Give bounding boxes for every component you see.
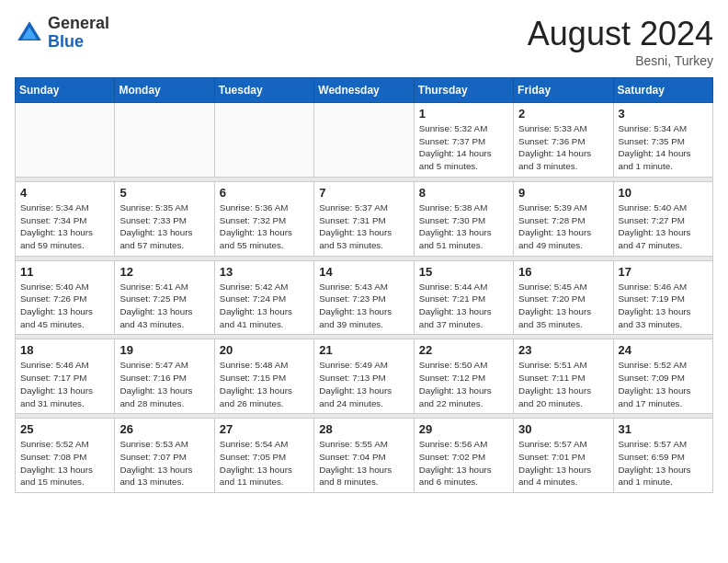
week-row: 4Sunrise: 5:34 AM Sunset: 7:34 PM Daylig… [16, 181, 713, 256]
calendar-cell: 23Sunrise: 5:51 AM Sunset: 7:11 PM Dayli… [514, 339, 613, 414]
day-info: Sunrise: 5:51 AM Sunset: 7:11 PM Dayligh… [518, 359, 608, 409]
day-info: Sunrise: 5:35 AM Sunset: 7:33 PM Dayligh… [119, 201, 209, 252]
calendar-cell [214, 103, 313, 178]
day-info: Sunrise: 5:57 AM Sunset: 6:59 PM Dayligh… [619, 438, 708, 488]
calendar-cell: 15Sunrise: 5:44 AM Sunset: 7:21 PM Dayli… [414, 260, 513, 335]
day-number: 17 [619, 265, 708, 279]
calendar-cell: 19Sunrise: 5:47 AM Sunset: 7:16 PM Dayli… [115, 339, 214, 414]
day-info: Sunrise: 5:37 AM Sunset: 7:31 PM Dayligh… [319, 201, 408, 252]
day-of-week-header: Thursday [414, 78, 513, 103]
calendar-cell: 18Sunrise: 5:46 AM Sunset: 7:17 PM Dayli… [16, 339, 115, 414]
title-block: August 2024 Besni, Turkey [528, 15, 713, 68]
logo: General Blue [15, 15, 109, 52]
day-info: Sunrise: 5:34 AM Sunset: 7:35 PM Dayligh… [619, 122, 708, 173]
day-number: 14 [319, 265, 408, 279]
week-row: 1Sunrise: 5:32 AM Sunset: 7:37 PM Daylig… [16, 103, 713, 178]
day-number: 20 [220, 343, 309, 357]
day-info: Sunrise: 5:55 AM Sunset: 7:04 PM Dayligh… [319, 438, 408, 488]
day-info: Sunrise: 5:56 AM Sunset: 7:02 PM Dayligh… [419, 438, 508, 488]
day-info: Sunrise: 5:36 AM Sunset: 7:32 PM Dayligh… [220, 201, 309, 252]
day-info: Sunrise: 5:46 AM Sunset: 7:17 PM Dayligh… [20, 359, 109, 409]
calendar-cell: 12Sunrise: 5:41 AM Sunset: 7:25 PM Dayli… [115, 260, 214, 335]
calendar-cell: 14Sunrise: 5:43 AM Sunset: 7:23 PM Dayli… [314, 260, 414, 335]
day-number: 18 [20, 343, 109, 357]
calendar-cell: 24Sunrise: 5:52 AM Sunset: 7:09 PM Dayli… [613, 339, 712, 414]
day-info: Sunrise: 5:52 AM Sunset: 7:09 PM Dayligh… [619, 359, 708, 409]
day-number: 28 [319, 422, 408, 436]
day-number: 31 [619, 422, 708, 436]
day-number: 25 [20, 422, 109, 436]
calendar-cell: 8Sunrise: 5:38 AM Sunset: 7:30 PM Daylig… [414, 181, 513, 256]
calendar-header-row: SundayMondayTuesdayWednesdayThursdayFrid… [16, 78, 713, 103]
day-info: Sunrise: 5:39 AM Sunset: 7:28 PM Dayligh… [518, 201, 608, 252]
calendar-cell: 20Sunrise: 5:48 AM Sunset: 7:15 PM Dayli… [214, 339, 313, 414]
day-number: 10 [619, 186, 708, 200]
calendar-cell: 31Sunrise: 5:57 AM Sunset: 6:59 PM Dayli… [613, 419, 712, 493]
logo-general-text: General [48, 15, 109, 33]
calendar-cell [115, 103, 214, 178]
calendar-cell: 6Sunrise: 5:36 AM Sunset: 7:32 PM Daylig… [214, 181, 313, 256]
day-of-week-header: Friday [514, 78, 613, 103]
day-of-week-header: Wednesday [314, 78, 414, 103]
day-info: Sunrise: 5:33 AM Sunset: 7:36 PM Dayligh… [518, 122, 608, 173]
calendar-cell: 16Sunrise: 5:45 AM Sunset: 7:20 PM Dayli… [514, 260, 613, 335]
calendar-cell: 25Sunrise: 5:52 AM Sunset: 7:08 PM Dayli… [16, 419, 115, 493]
day-number: 4 [20, 186, 109, 200]
day-info: Sunrise: 5:41 AM Sunset: 7:25 PM Dayligh… [119, 281, 209, 331]
day-number: 29 [419, 422, 508, 436]
week-row: 11Sunrise: 5:40 AM Sunset: 7:26 PM Dayli… [16, 260, 713, 335]
day-number: 19 [119, 343, 209, 357]
day-info: Sunrise: 5:43 AM Sunset: 7:23 PM Dayligh… [319, 281, 408, 331]
day-info: Sunrise: 5:52 AM Sunset: 7:08 PM Dayligh… [20, 438, 109, 488]
day-info: Sunrise: 5:53 AM Sunset: 7:07 PM Dayligh… [119, 438, 209, 488]
logo-blue-text: Blue [48, 33, 109, 52]
day-number: 26 [119, 422, 209, 436]
day-info: Sunrise: 5:47 AM Sunset: 7:16 PM Dayligh… [119, 359, 209, 409]
day-number: 27 [220, 422, 309, 436]
page-header: General Blue August 2024 Besni, Turkey [15, 15, 713, 68]
calendar-cell [16, 103, 115, 178]
day-info: Sunrise: 5:34 AM Sunset: 7:34 PM Dayligh… [20, 201, 109, 252]
calendar-cell: 3Sunrise: 5:34 AM Sunset: 7:35 PM Daylig… [613, 103, 712, 178]
day-number: 9 [518, 186, 608, 200]
day-of-week-header: Saturday [613, 78, 712, 103]
day-info: Sunrise: 5:40 AM Sunset: 7:26 PM Dayligh… [20, 281, 109, 331]
day-of-week-header: Monday [115, 78, 214, 103]
week-row: 18Sunrise: 5:46 AM Sunset: 7:17 PM Dayli… [16, 339, 713, 414]
day-of-week-header: Tuesday [214, 78, 313, 103]
day-number: 22 [419, 343, 508, 357]
day-number: 7 [319, 186, 408, 200]
day-number: 11 [20, 265, 109, 279]
calendar-cell: 17Sunrise: 5:46 AM Sunset: 7:19 PM Dayli… [613, 260, 712, 335]
day-info: Sunrise: 5:44 AM Sunset: 7:21 PM Dayligh… [419, 281, 508, 331]
week-row: 25Sunrise: 5:52 AM Sunset: 7:08 PM Dayli… [16, 419, 713, 493]
day-number: 5 [119, 186, 209, 200]
day-info: Sunrise: 5:46 AM Sunset: 7:19 PM Dayligh… [619, 281, 708, 331]
day-number: 1 [419, 107, 508, 121]
day-number: 8 [419, 186, 508, 200]
day-info: Sunrise: 5:40 AM Sunset: 7:27 PM Dayligh… [619, 201, 708, 252]
calendar-cell: 30Sunrise: 5:57 AM Sunset: 7:01 PM Dayli… [514, 419, 613, 493]
day-info: Sunrise: 5:38 AM Sunset: 7:30 PM Dayligh… [419, 201, 508, 252]
logo-icon [15, 18, 44, 48]
calendar-cell: 29Sunrise: 5:56 AM Sunset: 7:02 PM Dayli… [414, 419, 513, 493]
calendar-cell: 22Sunrise: 5:50 AM Sunset: 7:12 PM Dayli… [414, 339, 513, 414]
calendar-cell: 21Sunrise: 5:49 AM Sunset: 7:13 PM Dayli… [314, 339, 414, 414]
calendar-cell [314, 103, 414, 178]
day-info: Sunrise: 5:48 AM Sunset: 7:15 PM Dayligh… [220, 359, 309, 409]
day-number: 15 [419, 265, 508, 279]
day-number: 16 [518, 265, 608, 279]
calendar-cell: 13Sunrise: 5:42 AM Sunset: 7:24 PM Dayli… [214, 260, 313, 335]
calendar-cell: 27Sunrise: 5:54 AM Sunset: 7:05 PM Dayli… [214, 419, 313, 493]
calendar-cell: 5Sunrise: 5:35 AM Sunset: 7:33 PM Daylig… [115, 181, 214, 256]
calendar-cell: 11Sunrise: 5:40 AM Sunset: 7:26 PM Dayli… [16, 260, 115, 335]
calendar-cell: 1Sunrise: 5:32 AM Sunset: 7:37 PM Daylig… [414, 103, 513, 178]
day-number: 2 [518, 107, 608, 121]
calendar-cell: 4Sunrise: 5:34 AM Sunset: 7:34 PM Daylig… [16, 181, 115, 256]
day-info: Sunrise: 5:32 AM Sunset: 7:37 PM Dayligh… [419, 122, 508, 173]
month-year-title: August 2024 [528, 15, 713, 53]
day-number: 3 [619, 107, 708, 121]
day-info: Sunrise: 5:54 AM Sunset: 7:05 PM Dayligh… [220, 438, 309, 488]
day-info: Sunrise: 5:45 AM Sunset: 7:20 PM Dayligh… [518, 281, 608, 331]
day-number: 21 [319, 343, 408, 357]
